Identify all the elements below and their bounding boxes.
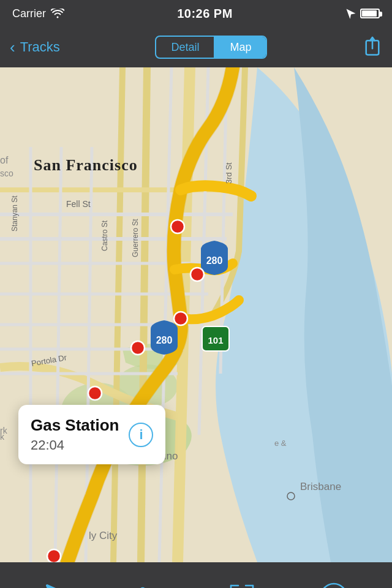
location-arrow-icon <box>43 582 73 588</box>
waypoint-button[interactable] <box>135 582 165 588</box>
segment-control: Detail Map <box>155 36 267 59</box>
back-label: Tracks <box>20 39 60 55</box>
popup-info-icon: i <box>139 427 143 443</box>
svg-point-29 <box>190 268 204 281</box>
svg-text:San Francisco: San Francisco <box>34 156 138 174</box>
popup-info-button[interactable]: i <box>129 423 153 447</box>
svg-text:Fell St: Fell St <box>66 199 91 209</box>
svg-text:Guerrero St: Guerrero St <box>131 219 140 257</box>
svg-text:Castro St: Castro St <box>100 220 109 251</box>
svg-text:101: 101 <box>208 335 223 345</box>
bottom-toolbar: i <box>0 562 392 588</box>
svg-point-32 <box>88 386 102 400</box>
svg-point-31 <box>131 341 145 355</box>
svg-text:ly City: ly City <box>89 530 118 541</box>
share-button[interactable] <box>363 34 382 61</box>
waypoint-icon <box>135 582 165 588</box>
svg-text:280: 280 <box>206 255 223 266</box>
popup-text: Gas Station 22:04 <box>31 416 119 453</box>
map-tab[interactable]: Map <box>215 37 266 58</box>
svg-text:e &: e & <box>274 439 287 448</box>
back-chevron-icon: ‹ <box>10 38 15 57</box>
svg-text:Brisbane: Brisbane <box>300 481 341 492</box>
svg-point-30 <box>174 312 187 325</box>
detail-tab[interactable]: Detail <box>156 37 214 58</box>
status-time: 10:26 PM <box>177 7 233 21</box>
info-icon: i <box>319 582 349 588</box>
popup-time: 22:04 <box>31 437 119 453</box>
back-button[interactable]: ‹ Tracks <box>10 38 60 57</box>
status-left: Carrier <box>12 7 64 20</box>
svg-point-47 <box>321 584 347 588</box>
svg-text:Stanyan St: Stanyan St <box>10 195 19 232</box>
map-popup: Gas Station 22:04 i <box>18 405 165 464</box>
status-right <box>345 8 380 19</box>
nav-bar: ‹ Tracks Detail Map <box>0 27 392 67</box>
expand-icon <box>227 582 257 588</box>
svg-text:280: 280 <box>156 335 173 345</box>
status-bar: Carrier 10:26 PM <box>0 0 392 27</box>
map-svg: Fell St Stanyan St Castro St Guerrero St… <box>0 67 392 562</box>
svg-text:3rd St: 3rd St <box>224 162 233 184</box>
popup-title: Gas Station <box>31 416 119 435</box>
info-button[interactable]: i <box>319 582 349 588</box>
carrier-label: Carrier <box>12 7 46 20</box>
svg-point-28 <box>171 220 184 233</box>
svg-text:of: of <box>0 155 9 165</box>
location-button[interactable] <box>43 582 73 588</box>
wifi-icon <box>51 9 64 18</box>
map-view[interactable]: Fell St Stanyan St Castro St Guerrero St… <box>0 67 392 562</box>
svg-text:rk: rk <box>0 426 8 435</box>
expand-button[interactable] <box>227 582 257 588</box>
svg-point-34 <box>47 549 61 562</box>
battery-icon <box>360 9 380 18</box>
location-icon <box>345 8 356 19</box>
svg-text:sco: sco <box>0 168 13 178</box>
